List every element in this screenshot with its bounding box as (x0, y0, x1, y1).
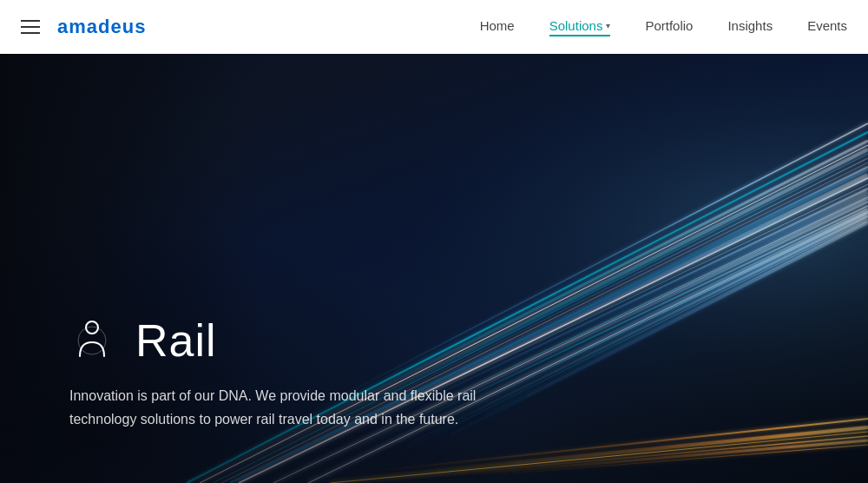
logo[interactable]: amadeus (57, 16, 146, 38)
hero-title: Rail (135, 314, 217, 367)
nav-item-insights[interactable]: Insights (727, 18, 773, 36)
chevron-down-icon: ▾ (606, 21, 610, 30)
logo-text: amadeus (57, 16, 146, 37)
hero-section: Rail Innovation is part of our DNA. We p… (0, 54, 868, 483)
nav-item-events[interactable]: Events (807, 18, 847, 36)
nav-item-solutions[interactable]: Solutions ▾ (549, 18, 611, 36)
hamburger-menu-button[interactable] (21, 20, 40, 34)
main-nav: Home Solutions ▾ Portfolio Insights Even… (480, 18, 847, 36)
header: amadeus Home Solutions ▾ Portfolio Insig… (0, 0, 868, 54)
nav-item-home[interactable]: Home (480, 18, 515, 36)
rail-person-icon (69, 318, 115, 363)
nav-item-portfolio[interactable]: Portfolio (645, 18, 693, 36)
hero-content: Rail Innovation is part of our DNA. We p… (69, 314, 538, 431)
svg-point-38 (78, 327, 106, 354)
hero-description: Innovation is part of our DNA. We provid… (69, 384, 538, 431)
hero-title-row: Rail (69, 314, 538, 367)
